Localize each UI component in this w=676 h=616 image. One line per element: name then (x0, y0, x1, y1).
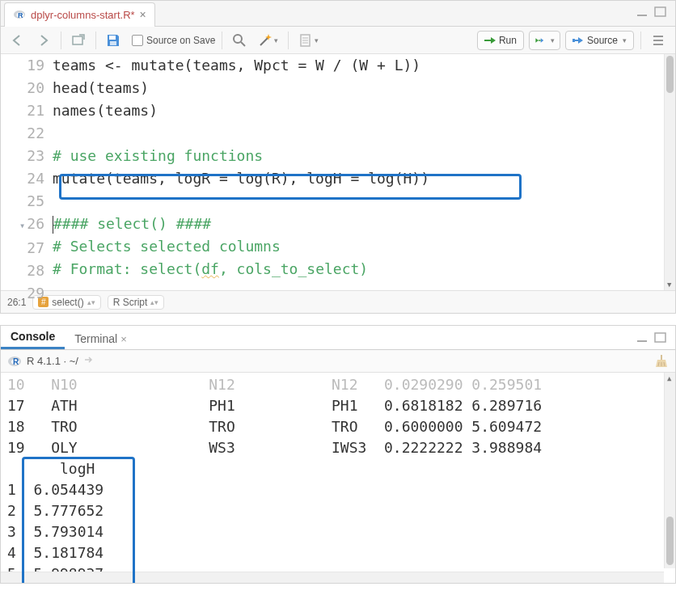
source-on-save-label: Source on Save (146, 35, 215, 46)
popout-icon[interactable] (83, 354, 95, 368)
editor-toolbar: Source on Save ▾ ▾ Run ▾ Source ▾ (1, 27, 675, 54)
console-tab-strip: Console Terminal× (1, 326, 675, 350)
svg-line-9 (241, 42, 245, 46)
back-icon[interactable] (7, 31, 28, 50)
scroll-up-icon[interactable]: ▲ (667, 374, 671, 382)
notebook-icon[interactable]: ▾ (295, 31, 322, 50)
maximize-icon[interactable] (654, 332, 667, 346)
close-icon[interactable]: × (120, 333, 127, 345)
pane-window-controls (636, 6, 675, 20)
svg-rect-5 (73, 36, 82, 44)
code-area[interactable]: teams <- mutate(teams, Wpct = W / (W + L… (53, 54, 675, 290)
minimize-icon[interactable] (636, 332, 649, 346)
line-number-gutter: 19202122232425▾26272829 (1, 54, 53, 290)
minimize-icon[interactable] (636, 6, 649, 20)
console-toolbar: R R 4.1.1 · ~/ (1, 350, 675, 373)
console-pane: Console Terminal× R R 4.1.1 · ~/ ▲ 10 N1… (0, 325, 676, 584)
source-editor-pane: R dplyr-columns-start.R* × Source on Sav… (0, 0, 676, 314)
svg-rect-7 (110, 41, 116, 45)
wand-icon[interactable]: ▾ (255, 31, 281, 50)
svg-point-8 (234, 35, 242, 43)
svg-rect-6 (109, 36, 116, 40)
svg-text:R: R (18, 11, 23, 19)
svg-text:R: R (13, 357, 19, 366)
console-output[interactable]: ▲ 10 N10 N12 N12 0.0290290 0.25950117 AT… (1, 373, 675, 583)
source-button[interactable]: Source ▾ (565, 31, 634, 50)
source-on-save-checkbox[interactable] (132, 35, 143, 46)
tab-title: dplyr-columns-start.R* (31, 9, 135, 21)
editor-tab[interactable]: R dplyr-columns-start.R* × (4, 2, 155, 27)
r-logo-icon: R (7, 354, 22, 369)
pane-window-controls (628, 332, 675, 349)
scrollbar-thumb[interactable] (666, 517, 674, 565)
run-icon (484, 35, 496, 46)
maximize-icon[interactable] (654, 6, 667, 20)
scrollbar-thumb[interactable] (666, 56, 674, 93)
r-file-icon: R (13, 8, 26, 21)
clear-console-icon[interactable] (654, 354, 669, 369)
svg-line-10 (260, 37, 268, 45)
editor-tab-strip: R dplyr-columns-start.R* × (1, 1, 675, 27)
svg-rect-15 (484, 40, 492, 41)
r-version-label: R 4.1.1 · ~/ (27, 355, 78, 367)
svg-rect-16 (539, 40, 541, 40)
run-button[interactable]: Run (477, 31, 524, 50)
svg-rect-23 (655, 333, 665, 342)
svg-rect-3 (637, 15, 647, 16)
editor-vertical-scrollbar[interactable]: ▼ (664, 54, 675, 290)
save-icon[interactable] (103, 31, 124, 50)
rerun-button[interactable]: ▾ (529, 31, 560, 50)
source-icon (572, 35, 584, 46)
open-in-window-icon[interactable] (68, 31, 89, 50)
console-vertical-scrollbar[interactable]: ▲ (664, 373, 675, 568)
outline-icon[interactable] (648, 31, 669, 50)
editor-body[interactable]: 19202122232425▾26272829 teams <- mutate(… (1, 54, 675, 290)
svg-rect-17 (572, 39, 575, 42)
rerun-icon (534, 35, 546, 46)
console-horizontal-scrollbar[interactable] (1, 572, 664, 583)
tab-terminal[interactable]: Terminal× (65, 327, 137, 349)
close-icon[interactable]: × (140, 8, 146, 21)
tab-console[interactable]: Console (1, 325, 65, 349)
scroll-down-icon[interactable]: ▼ (667, 281, 671, 289)
forward-icon[interactable] (33, 31, 54, 50)
find-icon[interactable] (229, 31, 250, 50)
svg-rect-22 (637, 340, 647, 342)
svg-rect-4 (655, 7, 665, 16)
